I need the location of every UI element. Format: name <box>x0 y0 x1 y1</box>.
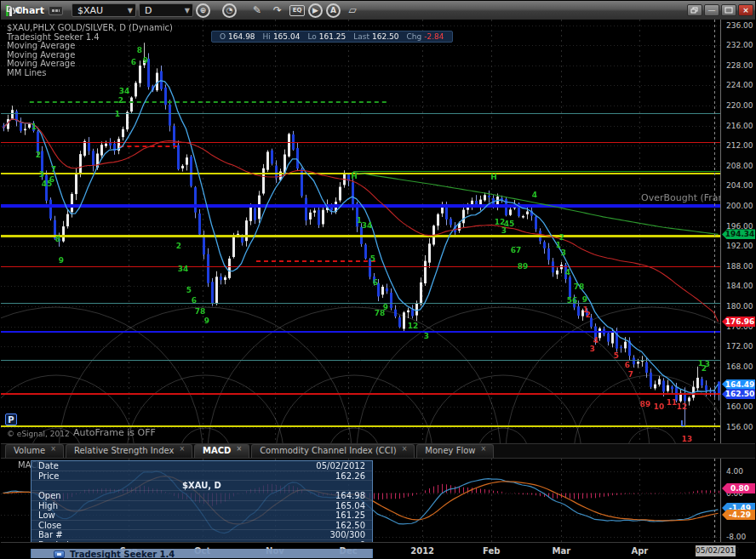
overbought-label: OverBought (Fram <box>641 192 720 203</box>
status-app-label: Tradesight Seeker 1.4 <box>70 550 175 559</box>
month-label: 2012 <box>410 546 434 556</box>
interval-clock-icon[interactable]: ◔ <box>222 3 237 18</box>
close-button[interactable]: × <box>738 4 753 16</box>
symbol-combo[interactable]: $XAU ▼ <box>72 3 136 17</box>
price-badge: 176.96 <box>722 317 756 327</box>
interval-value: D <box>145 5 178 16</box>
price-tick: 224.00 <box>726 81 753 89</box>
price-tick: 160.00 <box>726 402 753 411</box>
data-window-row: Low161.25 <box>32 511 372 521</box>
quote-board-icon[interactable]: EQ <box>289 5 305 16</box>
price-tick: 216.00 <box>726 122 753 130</box>
month-label: Feb <box>483 546 500 556</box>
interval-combo[interactable]: D ▼ <box>139 3 193 17</box>
close-icon[interactable]: × <box>481 446 487 453</box>
price-tick: 184.00 <box>726 282 753 290</box>
macd-badge: 0.80 <box>722 483 756 493</box>
legend-line-5: MM Lines <box>7 69 173 78</box>
price-chart-canvas[interactable] <box>1 20 720 443</box>
data-window-header: $XAU, D <box>32 481 372 491</box>
month-label: Mar <box>552 546 570 556</box>
data-window-row: High165.04 <box>32 501 372 511</box>
layout-icon <box>54 550 65 558</box>
price-tick: 172.00 <box>726 342 753 351</box>
macd-tick: -8.00 <box>726 533 746 541</box>
price-tick: 200.00 <box>726 202 753 210</box>
indicator-tab-bar: Volume×Relative Strength Index×MACD×Comm… <box>1 443 756 459</box>
pencil-icon[interactable]: ✎ <box>249 3 266 18</box>
quote-item: Chg-2.84 <box>407 32 444 41</box>
data-window-row: Date05/02/2012 <box>32 461 372 471</box>
data-window-row: Open164.98 <box>32 491 372 501</box>
price-tick: 232.00 <box>726 41 753 49</box>
minimize-button[interactable]: — <box>704 4 719 16</box>
data-window-row: Price162.26 <box>32 471 372 482</box>
price-tick: 156.00 <box>726 423 753 431</box>
price-badge: 164.49 <box>722 379 756 390</box>
cursor-date-badge: 05/02/2012 <box>696 545 736 556</box>
price-tick: 188.00 <box>726 262 753 271</box>
tab-commodity-channel-index-cci-[interactable]: Commodity Channel Index (CCI)× <box>251 444 415 458</box>
month-label: Apr <box>631 546 648 556</box>
close-icon[interactable]: × <box>402 446 408 453</box>
close-icon[interactable]: × <box>179 446 185 453</box>
price-badge: 194.34 <box>722 229 756 239</box>
price-tick: 204.00 <box>726 181 753 190</box>
chevron-down-icon[interactable]: ▼ <box>128 7 133 14</box>
price-tick: 208.00 <box>726 162 753 170</box>
price-badge: 162.50 <box>722 389 756 399</box>
price-chart-pane: $XAU,PHLX GOLD/SILVER, D (Dynamic)Trades… <box>1 20 720 443</box>
quote-item: Lo161.25 <box>307 32 346 41</box>
tab-relative-strength-index[interactable]: Relative Strength Index× <box>66 444 192 458</box>
tab-macd[interactable]: MACD× <box>194 444 249 458</box>
auto-run-icon[interactable]: A <box>326 3 341 18</box>
restore-button[interactable] <box>687 4 702 16</box>
symbol-search-icon[interactable]: ⊕ <box>196 3 210 18</box>
quote-bar: O164.98Hi165.04Lo161.25Last162.50Chg-2.8… <box>211 31 453 43</box>
p-marker[interactable]: P <box>5 414 17 425</box>
status-left-label: Dyn <box>6 5 23 14</box>
close-icon[interactable]: × <box>50 446 56 453</box>
maximize-button[interactable] <box>721 4 736 16</box>
quote-item: Last162.50 <box>353 32 398 41</box>
status-bar-panel: Tradesight Seeker 1.4 <box>31 549 373 559</box>
close-icon[interactable]: × <box>236 446 242 453</box>
eraser-icon[interactable]: ▱ <box>344 3 361 18</box>
study-legend: $XAU,PHLX GOLD/SILVER, D (Dynamic)Trades… <box>7 24 173 78</box>
tab-volume[interactable]: Volume× <box>5 444 64 458</box>
copyright-label: © eSignal, 2012 <box>7 430 70 438</box>
tab-money-flow[interactable]: Money Flow× <box>416 444 494 458</box>
chart-window: Chart $XAU ▼ D ▼ ⊕◔✎↷EQ▶A▱ — × $XAU,PHLX… <box>0 0 756 559</box>
quote-item: Hi165.04 <box>263 32 301 41</box>
chart-mode-badge-icon <box>49 6 63 15</box>
macd-badge: -4.29 <box>722 510 756 520</box>
price-tick: 228.00 <box>726 61 753 70</box>
legend-line-0: $XAU,PHLX GOLD/SILVER, D (Dynamic) <box>7 24 173 33</box>
title-bar: Chart $XAU ▼ D ▼ ⊕◔✎↷EQ▶A▱ — × <box>1 1 756 20</box>
price-tick: 192.00 <box>726 242 753 250</box>
price-tick: 236.00 <box>726 21 753 30</box>
price-tick: 220.00 <box>726 101 753 110</box>
price-tick: 212.00 <box>726 141 753 150</box>
price-axis[interactable]: 236.00232.00228.00224.00220.00216.00212.… <box>720 20 756 443</box>
data-window: Date05/02/2012Price162.26$XAU, DOpen164.… <box>31 460 373 549</box>
quote-item: O164.98 <box>220 32 255 41</box>
curve-tool-icon[interactable]: ↷ <box>269 3 286 18</box>
price-tick: 180.00 <box>726 302 753 311</box>
price-tick: 196.00 <box>726 222 753 231</box>
play-icon[interactable]: ▶ <box>308 3 323 18</box>
chevron-down-icon[interactable]: ▼ <box>185 7 190 14</box>
symbol-value: $XAU <box>77 5 121 16</box>
window-controls: — × <box>687 4 753 16</box>
data-window-row: Close162.50 <box>32 521 372 531</box>
autoframe-label: AutoFrame is OFF <box>73 427 156 438</box>
price-tick: 168.00 <box>726 362 753 371</box>
data-window-row: Bar #300/300 <box>32 530 372 540</box>
macd-axis[interactable]: 4.000.00-4.00-8.000.80-1.49-4.29 <box>720 459 756 542</box>
macd-tick: 4.00 <box>726 467 743 476</box>
